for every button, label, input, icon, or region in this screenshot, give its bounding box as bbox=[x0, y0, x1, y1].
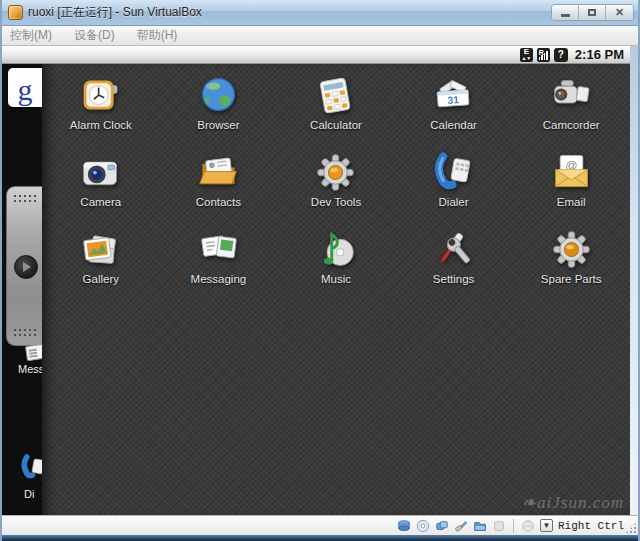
app-camcorder[interactable]: Camcorder bbox=[512, 68, 630, 145]
close-button[interactable]: ✕ bbox=[606, 5, 633, 20]
edge-data-icon: E ▲▼ bbox=[520, 48, 533, 62]
resize-grip[interactable] bbox=[625, 522, 637, 534]
app-label: Settings bbox=[433, 273, 475, 285]
app-contacts[interactable]: Contacts bbox=[160, 145, 278, 222]
camera-icon bbox=[78, 150, 123, 195]
virtualization-icon[interactable] bbox=[492, 519, 506, 533]
app-camera[interactable]: Camera bbox=[42, 145, 160, 222]
app-label: Camera bbox=[80, 196, 121, 208]
app-label: Contacts bbox=[196, 196, 241, 208]
browser-icon bbox=[196, 73, 241, 118]
google-search-widget[interactable]: g bbox=[8, 68, 42, 107]
app-gallery[interactable]: Gallery bbox=[42, 222, 160, 299]
messaging-icon bbox=[196, 227, 241, 272]
app-music[interactable]: Music bbox=[277, 222, 395, 299]
dev-tools-icon bbox=[313, 150, 358, 195]
dialer-icon bbox=[431, 150, 476, 195]
app-dialer[interactable]: Dialer bbox=[395, 145, 513, 222]
app-label: Calculator bbox=[310, 119, 362, 131]
dialer-shortcut-label: Di bbox=[24, 488, 34, 500]
app-label: Dialer bbox=[439, 196, 469, 208]
app-dev-tools[interactable]: Dev Tools bbox=[277, 145, 395, 222]
maximize-icon bbox=[588, 9, 596, 16]
app-messaging[interactable]: Messaging bbox=[160, 222, 278, 299]
calendar-icon: 31 bbox=[431, 73, 476, 118]
vbox-status-bar: ▼ Right Ctrl bbox=[2, 515, 638, 535]
speaker-grille-icon bbox=[13, 328, 39, 338]
status-separator bbox=[513, 519, 514, 533]
window-frame-right bbox=[630, 46, 638, 515]
messaging-shortcut-label: Mess bbox=[18, 363, 42, 375]
contacts-icon bbox=[196, 150, 241, 195]
app-calendar[interactable]: 31Calendar bbox=[395, 68, 513, 145]
virtualbox-window: ruoxi [正在运行] - Sun VirtualBox ✕ 控制(M) 设备… bbox=[0, 0, 640, 541]
maximize-button[interactable] bbox=[579, 5, 606, 20]
home-screen-strip: g Mess Di bbox=[2, 64, 42, 515]
network-icon[interactable] bbox=[435, 519, 449, 533]
app-label: Messaging bbox=[191, 273, 247, 285]
alarm-clock-icon bbox=[78, 73, 123, 118]
minimize-button[interactable] bbox=[552, 5, 579, 20]
spare-parts-icon bbox=[549, 227, 594, 272]
email-icon: @ bbox=[549, 150, 594, 195]
app-label: Spare Parts bbox=[541, 273, 602, 285]
app-tray-handle[interactable] bbox=[6, 186, 42, 346]
google-logo: g bbox=[18, 75, 33, 105]
roaming-signal-icon: R bbox=[537, 48, 550, 62]
host-key-icon: ▼ bbox=[540, 519, 553, 532]
app-label: Music bbox=[321, 273, 351, 285]
titlebar: ruoxi [正在运行] - Sun VirtualBox ✕ bbox=[2, 0, 638, 26]
app-label: Dev Tools bbox=[311, 196, 361, 208]
app-label: Alarm Clock bbox=[70, 119, 132, 131]
tray-button[interactable] bbox=[14, 255, 38, 279]
battery-unknown-icon: ? bbox=[554, 48, 568, 62]
music-icon bbox=[313, 227, 358, 272]
clock-text: 2:16 PM bbox=[575, 47, 624, 62]
dialer-shortcut-icon[interactable] bbox=[18, 452, 42, 482]
watermark: ❧aiJsun.com bbox=[522, 492, 624, 513]
window-title: ruoxi [正在运行] - Sun VirtualBox bbox=[28, 4, 202, 21]
minimize-icon bbox=[561, 14, 570, 17]
app-label: Gallery bbox=[83, 273, 119, 285]
window-frame-bottom bbox=[2, 535, 638, 541]
speaker-grille-icon bbox=[13, 194, 39, 204]
app-calculator[interactable]: Calculator bbox=[277, 68, 395, 145]
watermark-swirl-icon: ❧ bbox=[522, 493, 537, 512]
menubar: 控制(M) 设备(D) 帮助(H) bbox=[2, 26, 638, 46]
gallery-icon bbox=[78, 227, 123, 272]
app-email[interactable]: @Email bbox=[512, 145, 630, 222]
app-label: Email bbox=[557, 196, 586, 208]
app-grid: Alarm ClockBrowserCalculator31CalendarCa… bbox=[42, 68, 630, 299]
menu-machine[interactable]: 控制(M) bbox=[10, 27, 52, 44]
calculator-icon bbox=[313, 73, 358, 118]
svg-text:31: 31 bbox=[447, 94, 459, 106]
cd-icon[interactable] bbox=[416, 519, 430, 533]
app-alarm-clock[interactable]: Alarm Clock bbox=[42, 68, 160, 145]
mouse-integration-icon[interactable] bbox=[521, 519, 535, 533]
app-label: Camcorder bbox=[543, 119, 600, 131]
app-drawer: Alarm ClockBrowserCalculator31CalendarCa… bbox=[42, 64, 630, 515]
menu-help[interactable]: 帮助(H) bbox=[137, 27, 178, 44]
hdd-icon[interactable] bbox=[397, 519, 411, 533]
settings-icon bbox=[431, 227, 476, 272]
app-settings[interactable]: Settings bbox=[395, 222, 513, 299]
app-spare-parts[interactable]: Spare Parts bbox=[512, 222, 630, 299]
guest-screen: E ▲▼ R ? 2:16 PM g bbox=[2, 46, 630, 515]
shared-folder-icon[interactable] bbox=[473, 519, 487, 533]
usb-icon[interactable] bbox=[454, 519, 468, 533]
messaging-shortcut-icon[interactable] bbox=[25, 344, 42, 361]
close-icon: ✕ bbox=[615, 7, 624, 18]
app-browser[interactable]: Browser bbox=[160, 68, 278, 145]
play-icon bbox=[23, 262, 31, 272]
android-status-bar: E ▲▼ R ? 2:16 PM bbox=[2, 46, 630, 64]
vm-window-icon bbox=[8, 5, 23, 20]
window-controls: ✕ bbox=[551, 4, 634, 21]
app-label: Browser bbox=[197, 119, 239, 131]
menu-devices[interactable]: 设备(D) bbox=[74, 27, 115, 44]
host-key-label: Right Ctrl bbox=[558, 520, 624, 532]
app-label: Calendar bbox=[430, 119, 477, 131]
camcorder-icon bbox=[549, 73, 594, 118]
